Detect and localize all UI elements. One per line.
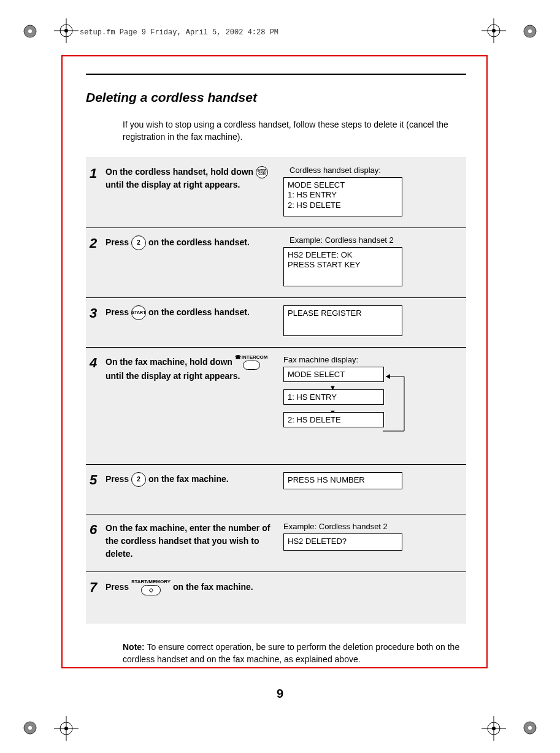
- step-number: 6: [90, 522, 105, 560]
- framemaker-header: setup.fm Page 9 Friday, April 5, 2002 4:…: [80, 28, 278, 37]
- step-text-a: On the fax machine, hold down: [105, 356, 235, 366]
- step-instruction: Press 2 on the fax machine.: [105, 472, 283, 503]
- step-text-b: on the cordless handset.: [148, 237, 250, 247]
- display-caption: Example: Cordless handset 2: [283, 522, 424, 531]
- crop-disc-icon: [23, 721, 37, 735]
- top-rule: [86, 74, 466, 75]
- step-text-b: on the cordless handset.: [148, 307, 250, 316]
- keypad-2-icon: 2: [131, 235, 146, 250]
- fax-display-stack: MODE SELECT ▼ 1: HS ENTRY ▼ 2: HS DELETE: [283, 367, 412, 427]
- intercom-fax-button-icon: INTERCOM: [235, 355, 268, 370]
- page-number: 9: [0, 687, 560, 701]
- crop-disc-icon: [23, 25, 37, 38]
- step-number: 7: [90, 579, 105, 610]
- button-label: START/MEMORY: [131, 579, 171, 584]
- svg-point-5: [64, 29, 68, 32]
- svg-point-1: [28, 29, 32, 33]
- step-instruction: On the cordless handset, hold down INTER…: [105, 166, 283, 216]
- step-instruction: On the fax machine, enter the number of …: [105, 522, 283, 560]
- crop-disc-icon: [523, 25, 537, 38]
- step-number: 2: [90, 235, 105, 286]
- start-memory-button-icon: START/MEMORY: [131, 579, 171, 595]
- svg-marker-24: [386, 374, 390, 379]
- steps-container: 1 On the cordless handset, hold down INT…: [86, 157, 466, 624]
- fax-display: PRESS HS NUMBER: [283, 472, 402, 489]
- step-text-a: Press: [105, 581, 131, 591]
- step-instruction: Press START/MEMORY on the fax machine.: [105, 579, 283, 610]
- svg-point-11: [492, 29, 496, 32]
- fax-display: MODE SELECT: [283, 367, 384, 382]
- step-number: 1: [90, 166, 105, 216]
- section-title: Deleting a cordless handset: [86, 90, 466, 105]
- note-paragraph: Note: To ensure correct operation, be su…: [123, 641, 466, 666]
- step-text-a: Press: [105, 237, 131, 247]
- crop-disc-icon: [523, 721, 537, 735]
- display-caption: Cordless handset display:: [283, 166, 424, 175]
- fax-display: 2: HS DELETE: [283, 412, 384, 427]
- intercom-button-icon: INTERCOM: [256, 166, 268, 178]
- crop-mark-icon: [481, 18, 506, 43]
- svg-point-19: [528, 726, 532, 730]
- step-number: 5: [90, 472, 105, 503]
- display-caption: Fax machine display:: [283, 355, 424, 364]
- note-label: Note:: [123, 642, 145, 652]
- step-text-b: on the fax machine.: [173, 581, 253, 591]
- note-text: To ensure correct operation, be sure to …: [123, 642, 459, 664]
- fax-display: 1: HS ENTRY: [283, 389, 384, 405]
- fax-display: HS2 DELETED?: [283, 533, 402, 551]
- display-caption: Example: Cordless handset 2: [283, 235, 424, 245]
- step-text-b: on the fax machine.: [148, 473, 229, 483]
- handset-display: HS2 DELETE: OK PRESS START KEY: [283, 247, 402, 286]
- crop-mark-icon: [54, 18, 79, 43]
- step-instruction: On the fax machine, hold down INTERCOM u…: [105, 355, 283, 453]
- step-text-a: On the cordless handset, hold down: [105, 167, 256, 177]
- handset-display: PLEASE REGISTER: [283, 305, 402, 336]
- crop-mark-icon: [54, 716, 79, 741]
- intro-paragraph: If you wish to stop using a cordless han…: [123, 118, 466, 143]
- start-button-icon: START: [131, 305, 146, 320]
- step-text-b: until the display at right appears.: [105, 180, 240, 189]
- step-text-a: Press: [105, 473, 131, 483]
- step-number: 3: [90, 305, 105, 336]
- crop-mark-icon: [481, 716, 506, 741]
- svg-point-13: [28, 726, 32, 730]
- button-label: INTERCOM: [235, 355, 268, 360]
- svg-point-17: [64, 727, 68, 730]
- step-text-a: Press: [105, 307, 131, 316]
- step-number: 4: [90, 355, 105, 453]
- svg-point-7: [528, 29, 532, 33]
- keypad-2-icon: 2: [131, 472, 146, 487]
- step-instruction: Press 2 on the cordless handset.: [105, 235, 283, 286]
- step-text-b: until the display at right appears.: [105, 371, 240, 381]
- loop-arrow-icon: [383, 372, 413, 436]
- svg-point-23: [492, 727, 496, 730]
- step-instruction: Press START on the cordless handset.: [105, 305, 283, 336]
- handset-display: MODE SELECT 1: HS ENTRY 2: HS DELETE: [283, 177, 402, 216]
